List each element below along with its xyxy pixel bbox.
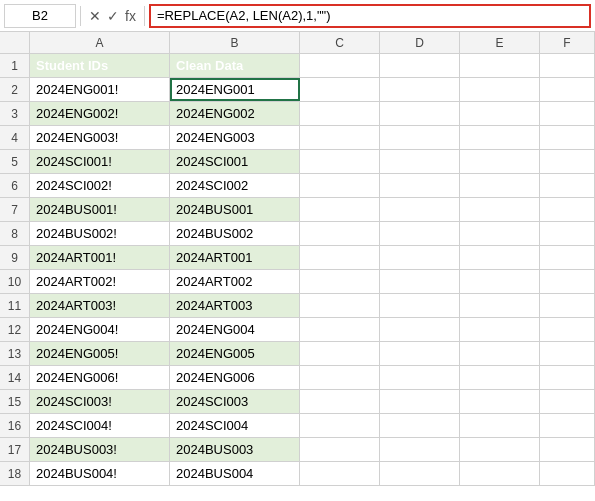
cell-c[interactable] [300,366,380,389]
cell-student-id[interactable]: 2024SCI003! [30,390,170,413]
col-header-d[interactable]: D [380,32,460,53]
col-header-c[interactable]: C [300,32,380,53]
cell-clean-data[interactable]: 2024ENG006 [170,366,300,389]
header-cell-c[interactable] [300,54,380,77]
cell-c[interactable] [300,222,380,245]
cell-d[interactable] [380,342,460,365]
cell-student-id[interactable]: 2024ENG001! [30,78,170,101]
header-cell-clean-data[interactable]: Clean Data [170,54,300,77]
cell-f[interactable] [540,462,595,485]
cell-c[interactable] [300,150,380,173]
cell-d[interactable] [380,102,460,125]
cell-e[interactable] [460,318,540,341]
cell-f[interactable] [540,222,595,245]
cell-f[interactable] [540,102,595,125]
cell-e[interactable] [460,438,540,461]
header-cell-student-ids[interactable]: Student IDs [30,54,170,77]
cell-student-id[interactable]: 2024ART003! [30,294,170,317]
cell-clean-data[interactable]: 2024BUS002 [170,222,300,245]
header-cell-d[interactable] [380,54,460,77]
cell-f[interactable] [540,126,595,149]
cell-d[interactable] [380,438,460,461]
cell-f[interactable] [540,438,595,461]
cell-clean-data[interactable]: 2024ART003 [170,294,300,317]
cell-c[interactable] [300,318,380,341]
cell-d[interactable] [380,126,460,149]
cell-e[interactable] [460,462,540,485]
cell-student-id[interactable]: 2024BUS002! [30,222,170,245]
cell-f[interactable] [540,246,595,269]
cell-e[interactable] [460,126,540,149]
cell-clean-data[interactable]: 2024ENG002 [170,102,300,125]
cell-f[interactable] [540,366,595,389]
cell-c[interactable] [300,438,380,461]
cell-clean-data[interactable]: 2024ENG001 [170,78,300,101]
cell-student-id[interactable]: 2024BUS003! [30,438,170,461]
cell-student-id[interactable]: 2024BUS004! [30,462,170,485]
col-header-b[interactable]: B [170,32,300,53]
cell-c[interactable] [300,414,380,437]
cell-d[interactable] [380,174,460,197]
cell-d[interactable] [380,222,460,245]
cell-d[interactable] [380,318,460,341]
cell-clean-data[interactable]: 2024ART001 [170,246,300,269]
cell-f[interactable] [540,342,595,365]
cell-clean-data[interactable]: 2024SCI001 [170,150,300,173]
cell-clean-data[interactable]: 2024SCI002 [170,174,300,197]
cell-e[interactable] [460,414,540,437]
cell-d[interactable] [380,150,460,173]
cell-student-id[interactable]: 2024ENG005! [30,342,170,365]
cell-e[interactable] [460,102,540,125]
cell-student-id[interactable]: 2024SCI001! [30,150,170,173]
col-header-f[interactable]: F [540,32,595,53]
cell-c[interactable] [300,102,380,125]
cell-clean-data[interactable]: 2024ENG005 [170,342,300,365]
cell-e[interactable] [460,246,540,269]
cell-student-id[interactable]: 2024ENG004! [30,318,170,341]
cell-c[interactable] [300,78,380,101]
cell-e[interactable] [460,222,540,245]
col-header-a[interactable]: A [30,32,170,53]
cell-d[interactable] [380,414,460,437]
cell-clean-data[interactable]: 2024ENG003 [170,126,300,149]
cell-c[interactable] [300,198,380,221]
cell-e[interactable] [460,270,540,293]
cell-f[interactable] [540,78,595,101]
cell-student-id[interactable]: 2024ART001! [30,246,170,269]
cell-e[interactable] [460,342,540,365]
cell-c[interactable] [300,390,380,413]
cell-f[interactable] [540,414,595,437]
cell-f[interactable] [540,318,595,341]
formula-input[interactable]: =REPLACE(A2, LEN(A2),1,"") [149,4,591,28]
cell-d[interactable] [380,246,460,269]
cell-d[interactable] [380,366,460,389]
cell-c[interactable] [300,462,380,485]
cell-e[interactable] [460,198,540,221]
cell-f[interactable] [540,294,595,317]
cell-clean-data[interactable]: 2024BUS003 [170,438,300,461]
cell-e[interactable] [460,294,540,317]
cell-f[interactable] [540,150,595,173]
cell-d[interactable] [380,390,460,413]
cell-student-id[interactable]: 2024SCI004! [30,414,170,437]
cell-c[interactable] [300,342,380,365]
cell-clean-data[interactable]: 2024ENG004 [170,318,300,341]
cell-clean-data[interactable]: 2024SCI004 [170,414,300,437]
cell-clean-data[interactable]: 2024SCI003 [170,390,300,413]
cell-d[interactable] [380,198,460,221]
cell-c[interactable] [300,174,380,197]
cell-student-id[interactable]: 2024BUS001! [30,198,170,221]
cell-c[interactable] [300,294,380,317]
cell-d[interactable] [380,294,460,317]
cell-reference-box[interactable]: B2 [4,4,76,28]
cell-clean-data[interactable]: 2024BUS001 [170,198,300,221]
cell-f[interactable] [540,174,595,197]
cell-c[interactable] [300,126,380,149]
cancel-icon[interactable]: ✕ [89,8,101,24]
cell-e[interactable] [460,150,540,173]
cell-d[interactable] [380,78,460,101]
cell-student-id[interactable]: 2024ENG006! [30,366,170,389]
header-cell-f[interactable] [540,54,595,77]
cell-f[interactable] [540,270,595,293]
fx-icon[interactable]: fx [125,8,136,24]
